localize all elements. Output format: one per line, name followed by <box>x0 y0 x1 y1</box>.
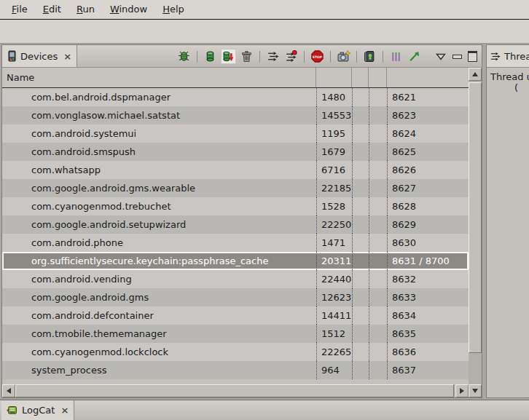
process-status1 <box>352 161 369 179</box>
process-status2 <box>369 252 387 270</box>
process-name: com.tmobile.thememanager <box>2 325 316 343</box>
horizontal-scrollbar[interactable] <box>2 384 469 397</box>
process-status2 <box>369 306 387 325</box>
menu-item[interactable]: Window <box>106 0 151 19</box>
column-header-pid[interactable] <box>316 68 352 87</box>
process-port: 8630 <box>387 234 469 252</box>
horizontal-scroll-track[interactable] <box>15 384 455 397</box>
threads-panel: Threa Thread up ( <box>486 44 529 398</box>
process-row[interactable]: com.android.phone 1471 8630 <box>2 234 469 252</box>
screen-record-icon[interactable] <box>362 49 377 64</box>
tab-devices[interactable]: Devices × <box>2 45 77 67</box>
menu-item[interactable]: Run <box>73 0 98 19</box>
menu-item[interactable]: Edit <box>39 0 65 19</box>
update-heap-icon[interactable] <box>203 49 218 64</box>
stop-process-icon[interactable]: STOP <box>310 49 325 64</box>
vertical-scroll-track[interactable] <box>469 81 482 384</box>
process-row[interactable]: com.cyanogenmod.lockclock 22265 8636 <box>2 343 469 361</box>
process-row[interactable]: com.google.android.setupwizard 22250 862… <box>2 215 469 234</box>
svg-text:STOP: STOP <box>313 55 323 59</box>
process-row[interactable]: com.tmobile.thememanager 1512 8635 <box>2 325 469 343</box>
column-header-status1[interactable] <box>352 68 369 87</box>
debug-icon[interactable] <box>176 49 192 64</box>
process-row[interactable]: com.google.android.gms 12623 8633 <box>2 288 469 306</box>
process-row[interactable]: system_process 964 8637 <box>2 361 469 379</box>
threads-message-line1: Thread up <box>490 71 529 82</box>
vertical-scrollbar[interactable] <box>469 68 482 397</box>
process-row[interactable]: com.android.systemui 1195 8624 <box>2 124 469 143</box>
process-row[interactable]: com.cyanogenmod.trebuchet 1528 8628 <box>2 197 469 215</box>
process-status2 <box>369 124 387 143</box>
tab-logcat-close-icon[interactable]: × <box>58 405 68 416</box>
process-pid: 12623 <box>316 288 352 306</box>
process-port: 8623 <box>387 106 469 124</box>
horizontal-scroll-thumb[interactable] <box>15 384 454 397</box>
process-port: 8624 <box>387 124 469 143</box>
column-header-port[interactable] <box>387 68 469 87</box>
menu-bar: FileEditRunWindowHelp <box>0 0 529 20</box>
screen-capture-icon[interactable] <box>336 49 351 64</box>
vertical-scroll-thumb[interactable] <box>469 82 482 353</box>
process-pid: 22440 <box>316 270 352 288</box>
process-status2 <box>369 215 387 234</box>
toolbar-separator <box>304 51 305 63</box>
systrace-icon[interactable] <box>407 49 422 64</box>
process-row[interactable]: com.android.defcontainer 14411 8634 <box>2 306 469 325</box>
menu-item[interactable]: File <box>8 0 31 19</box>
process-row[interactable]: org.sufficientlysecure.keychain:passphra… <box>2 252 469 270</box>
process-status2 <box>369 106 387 124</box>
scroll-right-button[interactable] <box>455 384 469 397</box>
start-method-profiling-icon[interactable] <box>283 49 299 64</box>
process-name: com.cyanogenmod.lockclock <box>2 343 316 361</box>
process-port: 8621 <box>387 88 469 106</box>
dump-hprof-icon[interactable] <box>221 49 236 64</box>
column-header-name[interactable]: Name <box>2 68 316 87</box>
process-port: 8629 <box>387 215 469 234</box>
profiling-bars-icon[interactable] <box>388 49 404 64</box>
process-row[interactable]: com.google.android.gms.wearable 22185 86… <box>2 179 469 197</box>
process-port: 8625 <box>387 143 469 161</box>
view-menu-button[interactable] <box>435 51 447 63</box>
process-name: com.cyanogenmod.trebuchet <box>2 197 316 215</box>
menu-item[interactable]: Help <box>159 0 188 19</box>
maximize-button[interactable] <box>468 51 477 62</box>
process-row[interactable]: com.vonglasow.michael.satstat 14553 8623 <box>2 106 469 124</box>
process-status2 <box>369 197 387 215</box>
tab-threads[interactable]: Threa <box>487 45 529 67</box>
process-pid: 1679 <box>316 143 352 161</box>
process-status2 <box>369 88 387 106</box>
update-threads-icon[interactable] <box>265 49 281 64</box>
scroll-up-button[interactable] <box>469 68 482 81</box>
process-name: com.vonglasow.michael.satstat <box>2 106 316 124</box>
devices-toolbar: STOP <box>176 45 479 68</box>
process-status1 <box>352 234 369 252</box>
process-pid: 20311 <box>316 252 352 270</box>
tab-logcat[interactable]: LogCat × <box>1 400 74 420</box>
process-name: com.android.defcontainer <box>2 306 316 325</box>
cause-gc-icon[interactable] <box>239 49 254 64</box>
process-status2 <box>369 143 387 161</box>
process-row[interactable]: com.android.vending 22440 8632 <box>2 270 469 288</box>
process-status1 <box>352 106 369 124</box>
process-row[interactable]: com.android.smspush 1679 8625 <box>2 143 469 161</box>
process-port: 8631 / 8700 <box>387 252 469 270</box>
minimize-button[interactable] <box>452 55 462 59</box>
process-name: com.android.systemui <box>2 124 316 143</box>
toolbar-separator <box>259 51 260 63</box>
scroll-down-button[interactable] <box>469 384 482 397</box>
process-table: com.bel.android.dspmanager 1480 8621 com… <box>2 88 469 379</box>
devices-tabbar: Devices × <box>2 45 482 68</box>
process-name: com.whatsapp <box>2 161 316 179</box>
process-port: 8627 <box>387 179 469 197</box>
process-port: 8636 <box>387 343 469 361</box>
process-name: org.sufficientlysecure.keychain:passphra… <box>2 252 316 270</box>
tab-devices-close-icon[interactable]: × <box>61 51 71 62</box>
scroll-left-button[interactable] <box>2 384 15 397</box>
process-status1 <box>352 215 369 234</box>
column-header-status2[interactable] <box>369 68 387 87</box>
device-phone-icon <box>7 50 17 62</box>
process-status2 <box>369 325 387 343</box>
process-pid: 1528 <box>316 197 352 215</box>
process-row[interactable]: com.bel.android.dspmanager 1480 8621 <box>2 88 469 106</box>
process-row[interactable]: com.whatsapp 6716 8626 <box>2 161 469 179</box>
